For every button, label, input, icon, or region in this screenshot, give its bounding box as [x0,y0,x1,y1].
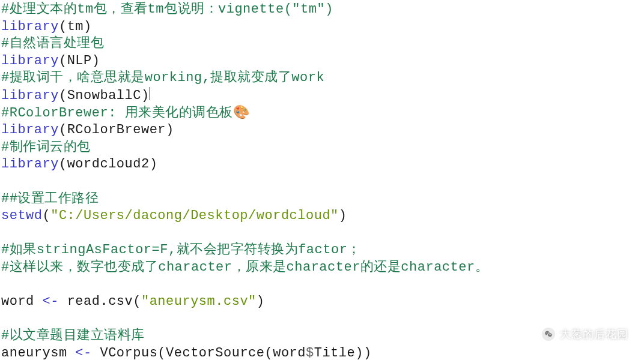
col-title: Title [314,346,356,361]
paren-close: ) [355,346,363,361]
paren-close: ) [150,157,158,172]
fn-readcsv: read.csv [67,294,133,309]
fn-library: library [1,122,59,137]
var-aneurysm: aneurysm [1,346,67,361]
fn-library: library [1,157,59,172]
str-csv: "aneurysm.csv" [141,294,257,309]
paren-open: ( [43,208,51,223]
fn-vectorsource: VectorSource [166,346,264,361]
arg-snowball: SnowballC [67,88,141,103]
palette-icon: 🎨 [233,106,250,121]
fn-setwd: setwd [1,208,43,223]
comment-character: #这样以来，数字也变成了character，原来是character的还是cha… [1,260,488,275]
arg-wordcloud2: wordcloud2 [67,157,150,172]
watermark-text: 大葱的后花园 [560,328,628,341]
wechat-icon [542,328,555,341]
paren-close: ) [141,88,150,103]
code-vignette-call: vignette("tm") [218,2,333,17]
comment-corpus: #以文章题目建立语料库 [1,328,145,343]
comment-stem: #提取词干，啥意思就是working,提取就变成了work [1,70,324,85]
paren-open: ( [59,53,67,68]
fn-library: library [1,19,59,34]
str-path: "C:/Users/dacong/Desktop/wordcloud" [50,208,339,223]
var-word-ref: word [273,346,306,361]
dollar-op: $ [306,346,314,361]
comment-rcolorbrewer: #RColorBrewer: 用来美化的调色板 [1,106,233,121]
fn-library: library [1,53,59,68]
assign-op: <- [75,346,91,361]
paren-open: ( [157,346,166,361]
paren-close: ) [92,53,100,68]
arg-tm: tm [67,19,84,34]
arg-rcolorbrewer: RColorBrewer [67,122,166,137]
paren-open: ( [133,294,141,309]
paren-close: ) [166,122,174,137]
paren-close: ) [363,346,372,361]
arg-nlp: NLP [67,53,92,68]
comment-workdir: ##设置工作路径 [1,191,99,206]
paren-open: ( [59,122,67,137]
paren-open: ( [265,346,273,361]
watermark: 大葱的后花园 [542,328,628,341]
fn-vcorpus: VCorpus [100,346,157,361]
paren-close: ) [257,294,265,309]
paren-close: ) [84,19,92,34]
paren-open: ( [59,157,67,172]
comment-tm-pkg: #处理文本的tm包，查看tm包说明： [1,2,218,17]
paren-open: ( [59,88,67,103]
fn-library: library [1,88,59,103]
var-word: word [1,294,34,309]
paren-open: ( [59,19,67,34]
comment-nlp: #自然语言处理包 [1,36,104,51]
comment-stringasfactor: #如果stringAsFactor=F,就不会把字符转换为factor； [1,242,361,257]
text-cursor [150,87,150,100]
comment-wordcloud: #制作词云的包 [1,140,91,155]
assign-op: <- [43,294,59,309]
paren-close: ) [339,208,347,223]
